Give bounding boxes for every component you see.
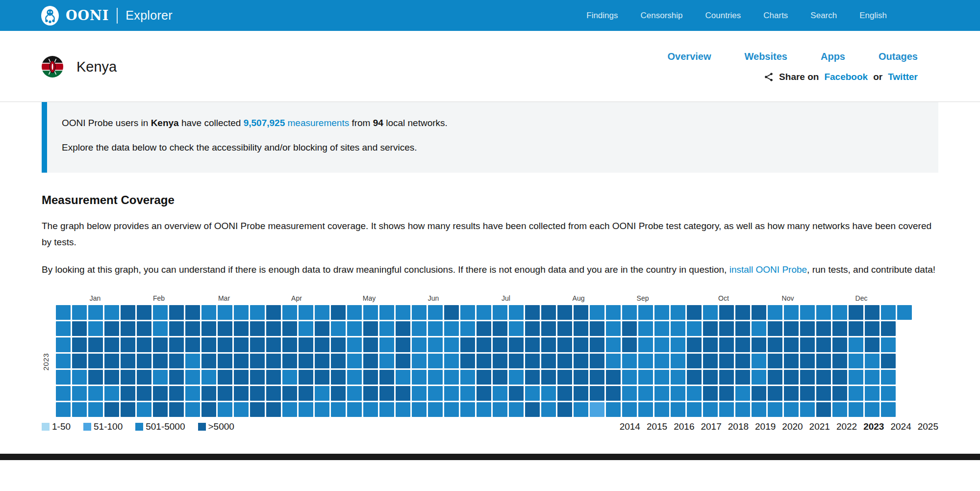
heatmap-cell[interactable] bbox=[509, 370, 524, 385]
heatmap-cell[interactable] bbox=[557, 386, 572, 401]
heatmap-cell[interactable] bbox=[493, 337, 507, 352]
heatmap-cell[interactable] bbox=[250, 337, 265, 352]
heatmap-cell[interactable] bbox=[590, 337, 604, 352]
heatmap-cell[interactable] bbox=[234, 370, 249, 385]
heatmap-cell[interactable] bbox=[428, 370, 443, 385]
heatmap-cell[interactable] bbox=[185, 370, 200, 385]
heatmap-cell[interactable] bbox=[574, 386, 588, 401]
heatmap-cell[interactable] bbox=[363, 370, 378, 385]
heatmap-cell[interactable] bbox=[654, 354, 669, 368]
heatmap-cell[interactable] bbox=[72, 370, 87, 385]
heatmap-cell[interactable] bbox=[299, 370, 313, 385]
measurements-label-link[interactable]: measurements bbox=[285, 118, 349, 128]
heatmap-cell[interactable] bbox=[121, 321, 135, 336]
year-option-2017[interactable]: 2017 bbox=[701, 421, 721, 432]
heatmap-cell[interactable] bbox=[509, 337, 524, 352]
heatmap-cell[interactable] bbox=[671, 305, 685, 320]
heatmap-cell[interactable] bbox=[444, 370, 459, 385]
heatmap-cell[interactable] bbox=[703, 386, 718, 401]
heatmap-cell[interactable] bbox=[137, 337, 151, 352]
heatmap-cell[interactable] bbox=[266, 337, 281, 352]
heatmap-cell[interactable] bbox=[654, 386, 669, 401]
heatmap-cell[interactable] bbox=[185, 305, 200, 320]
heatmap-cell[interactable] bbox=[752, 305, 766, 320]
heatmap-cell[interactable] bbox=[104, 402, 119, 417]
heatmap-cell[interactable] bbox=[477, 305, 491, 320]
heatmap-cell[interactable] bbox=[671, 402, 685, 417]
heatmap-cell[interactable] bbox=[638, 337, 653, 352]
heatmap-cell[interactable] bbox=[703, 321, 718, 336]
heatmap-cell[interactable] bbox=[493, 305, 507, 320]
heatmap-cell[interactable] bbox=[331, 305, 346, 320]
heatmap-cell[interactable] bbox=[557, 354, 572, 368]
heatmap-cell[interactable] bbox=[56, 386, 71, 401]
heatmap-cell[interactable] bbox=[234, 337, 249, 352]
heatmap-cell[interactable] bbox=[800, 386, 815, 401]
heatmap-cell[interactable] bbox=[347, 337, 362, 352]
heatmap-cell[interactable] bbox=[816, 370, 831, 385]
heatmap-cell[interactable] bbox=[331, 370, 346, 385]
heatmap-cell[interactable] bbox=[250, 402, 265, 417]
heatmap-cell[interactable] bbox=[606, 321, 621, 336]
heatmap-cell[interactable] bbox=[185, 321, 200, 336]
heatmap-cell[interactable] bbox=[477, 370, 491, 385]
heatmap-cell[interactable] bbox=[768, 386, 782, 401]
heatmap-cell[interactable] bbox=[331, 402, 346, 417]
heatmap-cell[interactable] bbox=[266, 354, 281, 368]
heatmap-cell[interactable] bbox=[396, 354, 410, 368]
heatmap-cell[interactable] bbox=[541, 386, 556, 401]
heatmap-cell[interactable] bbox=[347, 321, 362, 336]
heatmap-cell[interactable] bbox=[153, 386, 168, 401]
heatmap-cell[interactable] bbox=[137, 305, 151, 320]
heatmap-cell[interactable] bbox=[671, 386, 685, 401]
heatmap-cell[interactable] bbox=[137, 370, 151, 385]
heatmap-cell[interactable] bbox=[606, 305, 621, 320]
heatmap-cell[interactable] bbox=[201, 386, 216, 401]
year-option-2019[interactable]: 2019 bbox=[755, 421, 776, 432]
heatmap-cell[interactable] bbox=[735, 321, 750, 336]
heatmap-cell[interactable] bbox=[347, 402, 362, 417]
heatmap-cell[interactable] bbox=[153, 354, 168, 368]
heatmap-cell[interactable] bbox=[654, 305, 669, 320]
heatmap-cell[interactable] bbox=[137, 402, 151, 417]
heatmap-cell[interactable] bbox=[865, 402, 879, 417]
heatmap-cell[interactable] bbox=[201, 402, 216, 417]
heatmap-cell[interactable] bbox=[250, 370, 265, 385]
heatmap-cell[interactable] bbox=[638, 402, 653, 417]
heatmap-cell[interactable] bbox=[622, 321, 637, 336]
heatmap-cell[interactable] bbox=[169, 386, 184, 401]
heatmap-cell[interactable] bbox=[299, 354, 313, 368]
heatmap-cell[interactable] bbox=[687, 337, 702, 352]
heatmap-cell[interactable] bbox=[363, 402, 378, 417]
heatmap-cell[interactable] bbox=[752, 402, 766, 417]
heatmap-cell[interactable] bbox=[541, 354, 556, 368]
heatmap-cell[interactable] bbox=[703, 402, 718, 417]
heatmap-cell[interactable] bbox=[477, 321, 491, 336]
heatmap-cell[interactable] bbox=[849, 370, 863, 385]
heatmap-cell[interactable] bbox=[606, 386, 621, 401]
heatmap-cell[interactable] bbox=[557, 321, 572, 336]
heatmap-cell[interactable] bbox=[816, 402, 831, 417]
heatmap-cell[interactable] bbox=[428, 305, 443, 320]
heatmap-cell[interactable] bbox=[234, 386, 249, 401]
heatmap-cell[interactable] bbox=[121, 354, 135, 368]
heatmap-cell[interactable] bbox=[768, 305, 782, 320]
heatmap-cell[interactable] bbox=[687, 305, 702, 320]
heatmap-cell[interactable] bbox=[477, 337, 491, 352]
year-option-2024[interactable]: 2024 bbox=[890, 421, 911, 432]
heatmap-cell[interactable] bbox=[72, 402, 87, 417]
heatmap-cell[interactable] bbox=[460, 402, 475, 417]
heatmap-cell[interactable] bbox=[169, 337, 184, 352]
heatmap-cell[interactable] bbox=[460, 386, 475, 401]
year-option-2025[interactable]: 2025 bbox=[918, 421, 938, 432]
heatmap-cell[interactable] bbox=[654, 402, 669, 417]
heatmap-cell[interactable] bbox=[379, 402, 394, 417]
heatmap-cell[interactable] bbox=[201, 305, 216, 320]
heatmap-cell[interactable] bbox=[88, 386, 103, 401]
heatmap-cell[interactable] bbox=[768, 370, 782, 385]
heatmap-cell[interactable] bbox=[379, 370, 394, 385]
heatmap-cell[interactable] bbox=[590, 354, 604, 368]
nav-item-censorship[interactable]: Censorship bbox=[641, 11, 683, 21]
heatmap-cell[interactable] bbox=[88, 321, 103, 336]
heatmap-cell[interactable] bbox=[299, 321, 313, 336]
